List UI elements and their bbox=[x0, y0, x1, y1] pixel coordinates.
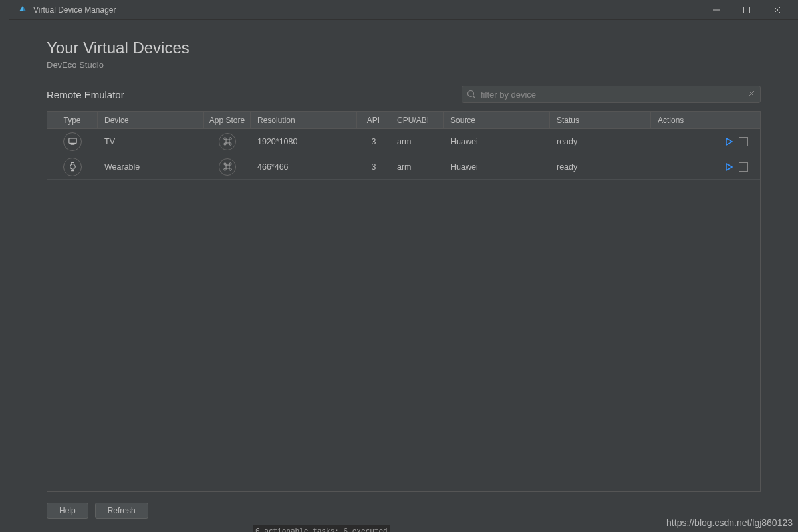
stop-button[interactable] bbox=[739, 162, 748, 172]
page-subheading: DevEco Studio bbox=[47, 60, 761, 70]
svg-line-5 bbox=[473, 96, 476, 99]
th-status[interactable]: Status bbox=[550, 112, 651, 128]
cell-type bbox=[47, 129, 98, 154]
appstore-button[interactable] bbox=[219, 133, 236, 150]
section-header-row: Remote Emulator bbox=[47, 86, 761, 103]
command-icon bbox=[223, 162, 232, 171]
cell-appstore bbox=[204, 154, 251, 179]
th-source[interactable]: Source bbox=[444, 112, 550, 128]
cell-cpu: arm bbox=[390, 154, 444, 179]
page-heading: Your Virtual Devices bbox=[47, 39, 761, 57]
maximize-button[interactable] bbox=[732, 0, 762, 20]
tv-icon bbox=[63, 132, 82, 151]
cell-cpu: arm bbox=[390, 129, 444, 154]
window-controls bbox=[701, 0, 793, 20]
cell-api: 3 bbox=[357, 129, 390, 154]
app-logo-icon bbox=[17, 5, 28, 15]
th-type[interactable]: Type bbox=[47, 112, 98, 128]
cell-status: ready bbox=[550, 154, 651, 179]
cell-device: TV bbox=[98, 129, 204, 154]
stop-button[interactable] bbox=[739, 137, 748, 146]
wearable-icon bbox=[63, 158, 82, 176]
table-row: Wearable 466*466 3 arm Huawei ready bbox=[47, 154, 760, 180]
cell-source: Huawei bbox=[444, 154, 550, 179]
svg-rect-8 bbox=[68, 138, 76, 144]
cell-actions bbox=[651, 154, 760, 179]
svg-rect-1 bbox=[744, 7, 750, 13]
play-icon bbox=[724, 162, 733, 172]
th-appstore[interactable]: App Store bbox=[204, 112, 251, 128]
cell-type bbox=[47, 154, 98, 179]
table-header: Type Device App Store Resolution API CPU… bbox=[47, 112, 760, 129]
run-button[interactable] bbox=[724, 162, 733, 172]
svg-point-4 bbox=[468, 91, 474, 97]
svg-point-10 bbox=[70, 164, 75, 170]
help-button[interactable]: Help bbox=[47, 503, 88, 519]
th-cpu[interactable]: CPU/ABI bbox=[390, 112, 444, 128]
command-icon bbox=[223, 137, 232, 146]
device-table: Type Device App Store Resolution API CPU… bbox=[47, 111, 761, 492]
cell-resolution: 466*466 bbox=[251, 154, 357, 179]
cell-appstore bbox=[204, 129, 251, 154]
th-resolution[interactable]: Resolution bbox=[251, 112, 357, 128]
background-terminal-text: 6 actionable tasks: 6 executed bbox=[253, 525, 390, 532]
th-api[interactable]: API bbox=[357, 112, 390, 128]
cell-status: ready bbox=[550, 129, 651, 154]
window: Virtual Device Manager Your Virtual Devi… bbox=[9, 0, 798, 532]
cell-api: 3 bbox=[357, 154, 390, 179]
search-box[interactable] bbox=[462, 86, 761, 103]
footer: Help Refresh bbox=[9, 492, 798, 532]
play-icon bbox=[724, 137, 733, 146]
run-button[interactable] bbox=[724, 137, 733, 146]
appstore-button[interactable] bbox=[219, 158, 236, 176]
section-title: Remote Emulator bbox=[47, 89, 124, 100]
th-actions[interactable]: Actions bbox=[651, 112, 760, 128]
cell-actions bbox=[651, 129, 760, 154]
search-icon bbox=[467, 90, 476, 102]
minimize-button[interactable] bbox=[701, 0, 732, 20]
content-area: Your Virtual Devices DevEco Studio Remot… bbox=[9, 20, 798, 492]
cell-resolution: 1920*1080 bbox=[251, 129, 357, 154]
background-sidebar bbox=[0, 0, 9, 532]
window-title: Virtual Device Manager bbox=[33, 5, 701, 15]
clear-filter-icon[interactable] bbox=[747, 89, 756, 101]
refresh-button[interactable]: Refresh bbox=[95, 503, 148, 519]
th-device[interactable]: Device bbox=[98, 112, 204, 128]
titlebar: Virtual Device Manager bbox=[9, 0, 798, 20]
close-button[interactable] bbox=[762, 0, 793, 20]
filter-input[interactable] bbox=[481, 90, 744, 100]
cell-source: Huawei bbox=[444, 129, 550, 154]
cell-device: Wearable bbox=[98, 154, 204, 179]
table-row: TV 1920*1080 3 arm Huawei ready bbox=[47, 129, 760, 154]
